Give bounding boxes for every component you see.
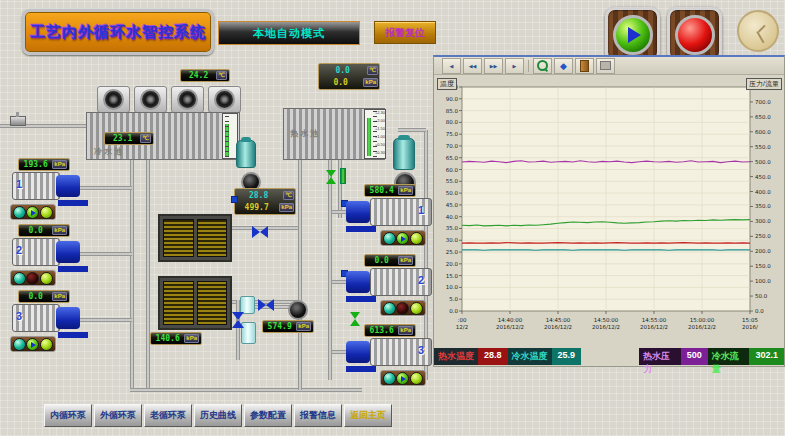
left-pump-2[interactable]: 2 (12, 238, 80, 268)
mid-pressure-display: 574.9kPa (262, 320, 314, 333)
door-icon (580, 60, 589, 72)
inlet-valve-icon[interactable] (10, 116, 26, 126)
remote-lamp-icon (410, 232, 423, 245)
green-valve-icon[interactable] (350, 312, 360, 326)
svg-text:2016/12/2: 2016/12/2 (544, 324, 572, 330)
hx-pressure-display: 140.6kPa (150, 332, 202, 345)
mode-display[interactable]: 本地自动模式 (218, 21, 360, 45)
remote-lamp-icon (40, 338, 53, 351)
svg-text:70.0: 70.0 (446, 143, 459, 149)
exit-button[interactable] (575, 58, 594, 74)
start-icon (613, 15, 653, 55)
svg-text:200.0: 200.0 (755, 248, 771, 254)
alarm-reset-button[interactable]: 报警复位 (374, 21, 436, 44)
left-pump-2-lights[interactable] (10, 270, 56, 286)
svg-text:20.0: 20.0 (446, 261, 459, 267)
svg-text:60.0: 60.0 (446, 167, 459, 173)
power-lamp-icon (383, 302, 396, 315)
svg-text:14:40:00: 14:40:00 (498, 317, 523, 323)
tab-outer-pump[interactable]: 外循环泵 (94, 404, 142, 427)
pipe (398, 128, 426, 132)
tower-temp-value: 24.2 (183, 71, 214, 80)
left-pump-3-display: 0.0kPa (18, 290, 70, 303)
svg-text:5.0: 5.0 (449, 296, 458, 302)
svg-text:500.0: 500.0 (755, 159, 771, 165)
nav-back-button[interactable]: ◀◀ (463, 58, 482, 74)
tab-alarm-info[interactable]: 报警信息 (294, 404, 342, 427)
right-pump-1-lights[interactable] (380, 230, 426, 246)
green-valve-icon[interactable] (326, 170, 336, 184)
power-lamp-icon (13, 272, 26, 285)
pipe (130, 158, 134, 390)
tab-inner-pump[interactable]: 内循环泵 (44, 404, 92, 427)
cooling-fan (97, 86, 130, 113)
dosing-vessel (236, 140, 256, 168)
svg-text:2016/12/2: 2016/12/2 (496, 324, 524, 330)
right-pump-3[interactable]: 3 (346, 338, 432, 368)
pan-button[interactable]: ◆ (554, 58, 573, 74)
left-pump-1-display: 193.6kPa (18, 158, 70, 171)
run-lamp-icon (396, 372, 409, 385)
left-pump-1[interactable]: 1 (12, 172, 80, 202)
hot-tank-level-gauge: +2.30 +2.00 +1.50 +1.00 +0.50 +0.30 (364, 109, 386, 159)
svg-text:400.0: 400.0 (755, 189, 771, 195)
page-title: 工艺内外循环水智控系统 (30, 23, 206, 42)
nav-fwd-button[interactable]: ▶▶ (484, 58, 503, 74)
svg-text:250.0: 250.0 (755, 233, 771, 239)
fan-blade-icon (103, 89, 124, 110)
right-pump-1[interactable]: 1 (346, 198, 432, 228)
right-pump-3-lights[interactable] (380, 370, 426, 386)
print-button[interactable] (596, 58, 615, 74)
svg-text::00: :00 (458, 317, 467, 323)
tab-history-curve[interactable]: 历史曲线 (194, 404, 242, 427)
svg-text:100.0: 100.0 (755, 278, 771, 284)
svg-text:650.0: 650.0 (755, 114, 771, 120)
heat-exchanger-2 (158, 276, 232, 330)
hot-tank-temp-value: 0.0 (320, 66, 365, 75)
svg-text:50.0: 50.0 (755, 293, 768, 299)
start-button[interactable] (605, 7, 660, 62)
tab-return-home[interactable]: 返回主页 (344, 404, 392, 427)
right-axis-title: 压力/流量 (746, 78, 782, 90)
run-lamp-icon (26, 272, 39, 285)
hot-tank-press-value: 0.0 (320, 78, 361, 87)
power-lamp-icon (383, 232, 396, 245)
hot-water-temp-value: 28.8 (236, 191, 281, 200)
nav-last-button[interactable]: ▶ (505, 58, 524, 74)
right-pump-1-display: 580.4kPa (364, 184, 416, 197)
right-pump-2-lights[interactable] (380, 300, 426, 316)
zoom-button[interactable] (533, 58, 552, 74)
hot-tank-label: 热水池 (290, 128, 320, 139)
left-pump-1-lights[interactable] (10, 204, 56, 220)
right-pump-3-display: 613.6kPa (364, 324, 416, 337)
tower-temp-display: 24.2 ℃ (180, 69, 230, 82)
svg-text:45.0: 45.0 (446, 202, 459, 208)
svg-text:30.0: 30.0 (446, 237, 459, 243)
svg-text:65.0: 65.0 (446, 155, 459, 161)
right-pump-2[interactable]: 2 (346, 268, 432, 298)
mode-label: 本地自动模式 (253, 26, 325, 41)
svg-text:35.0: 35.0 (446, 225, 459, 231)
run-lamp-icon (26, 206, 39, 219)
temp-legend: 热水温度28.8 冷水温度25.9 (434, 348, 581, 365)
svg-text:300.0: 300.0 (755, 218, 771, 224)
stop-button[interactable] (667, 7, 722, 62)
trend-chart-panel: ◀ ◀◀ ▶▶ ▶ ◆ 温度 压力/流量 0.05.010.015.020.02… (433, 55, 785, 367)
tab-param-config[interactable]: 参数配置 (244, 404, 292, 427)
left-pump-3[interactable]: 3 (12, 304, 80, 334)
pan-icon: ◆ (560, 61, 567, 71)
magnifier-icon (537, 60, 548, 71)
remote-lamp-icon (40, 272, 53, 285)
left-pump-3-lights[interactable] (10, 336, 56, 352)
tab-old-pump[interactable]: 老循环泵 (144, 404, 192, 427)
svg-text:15.0: 15.0 (446, 273, 459, 279)
svg-text:25.0: 25.0 (446, 249, 459, 255)
valve-icon[interactable] (258, 299, 274, 311)
valve-icon[interactable] (252, 226, 268, 238)
svg-text:0.0: 0.0 (449, 308, 458, 314)
valve-icon[interactable] (232, 312, 244, 328)
cooling-fan (134, 86, 167, 113)
trend-plot: 0.05.010.015.020.025.030.035.040.045.050… (436, 75, 784, 347)
hot-water-press-value: 499.7 (236, 203, 277, 212)
nav-first-button[interactable]: ◀ (442, 58, 461, 74)
